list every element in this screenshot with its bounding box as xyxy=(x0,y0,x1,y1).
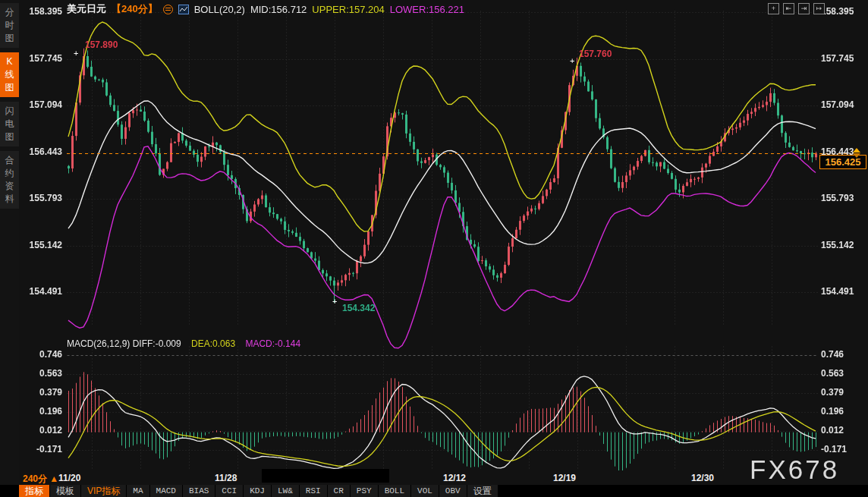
sidebar-item-4[interactable]: 合约资料 xyxy=(0,151,19,209)
toolbar-item-LW&[interactable]: LW& xyxy=(272,485,299,497)
macd-axis-label-left: 0.196 xyxy=(18,406,62,417)
watermark: FX678 xyxy=(750,455,839,485)
boll-label: BOLL(20,2) xyxy=(194,4,245,15)
toolbar-item-VOL[interactable]: VOL xyxy=(411,485,439,497)
extreme-annotation: 157.890 xyxy=(85,39,118,50)
price-axis-label-left: 156.443 xyxy=(18,146,62,157)
price-axis-label-right: 157.094 xyxy=(821,99,865,110)
macd-value-label: MACD:-0.144 xyxy=(245,338,300,349)
price-axis-label-right: 155.793 xyxy=(821,193,865,203)
macd-header: MACD(26,12,9) DIFF:-0.009 DEA:0.063 MACD… xyxy=(67,338,300,349)
price-chart-canvas[interactable] xyxy=(0,0,868,497)
shift-right-icon[interactable]: ↦ xyxy=(813,3,825,14)
boll-lower-value: LOWER:156.221 xyxy=(390,4,464,15)
chart-tools: + ⇤ ⇥ ↦ xyxy=(768,3,825,14)
macd-diff-label: MACD(26,12,9) DIFF:-0.009 xyxy=(67,338,181,349)
macd-axis-label-right: 0.196 xyxy=(821,406,865,417)
macd-axis-label-right: 0.746 xyxy=(821,349,865,360)
period-label: 【240分】 xyxy=(112,2,158,16)
macd-axis-label-right: 0.012 xyxy=(821,425,865,436)
toolbar-item-KDJ[interactable]: KDJ xyxy=(244,485,271,497)
crosshair-marker-icon: + xyxy=(74,49,78,58)
chart-header: 美元日元 【240分】 BOLL(20,2) MID:156.712 UPPER… xyxy=(67,2,464,16)
date-label: 12/19 xyxy=(553,473,576,483)
price-axis-label-right: 154.491 xyxy=(821,286,865,297)
sidebar-item-char: 合 xyxy=(0,154,19,167)
axis-scale-left-icon[interactable]: ⇤ xyxy=(783,3,794,14)
sidebar-item-char: 时 xyxy=(0,19,19,32)
price-axis-label-left: 157.745 xyxy=(18,53,62,64)
sidebar-item-char: K xyxy=(0,55,19,68)
price-marker-icon xyxy=(853,148,860,158)
sidebar-item-3[interactable]: 闪电图 xyxy=(0,102,19,146)
price-axis-label-right: 158.395 xyxy=(821,6,865,17)
trading-terminal: 美元日元 【240分】 BOLL(20,2) MID:156.712 UPPER… xyxy=(0,0,868,497)
price-axis-label-right: 155.142 xyxy=(821,240,865,250)
price-axis-label-left: 157.094 xyxy=(18,99,62,110)
date-label: 12/12 xyxy=(443,473,466,483)
sidebar-item-char: 料 xyxy=(0,193,19,206)
toolbar-item-模板[interactable]: 模板 xyxy=(50,485,80,497)
extreme-annotation: 157.760 xyxy=(579,49,612,59)
timeframe-label[interactable]: 240分 ▲ xyxy=(23,473,58,486)
toolbar-item-OBV[interactable]: OBV xyxy=(439,485,467,497)
toolbar-item-MACD[interactable]: MACD xyxy=(150,485,182,497)
price-axis-label-left: 154.491 xyxy=(18,286,62,297)
macd-axis-label-left: 0.379 xyxy=(18,387,62,398)
toolbar-item-VIP指标[interactable]: VIP指标 xyxy=(81,485,126,497)
macd-axis-label-left: -0.171 xyxy=(18,444,62,455)
indicator-toolbar: 指标模板VIP指标MAMACDBIASCCIKDJLW&RSICRPSYBOLL… xyxy=(0,485,868,497)
toolbar-item-PSY[interactable]: PSY xyxy=(351,485,378,497)
toolbar-item-BIAS[interactable]: BIAS xyxy=(183,485,215,497)
price-axis-label-left: 158.395 xyxy=(18,6,62,17)
toolbar-item-BOLL[interactable]: BOLL xyxy=(379,485,410,497)
macd-axis-label-right: 0.563 xyxy=(821,368,865,379)
crosshair-marker-icon: + xyxy=(332,297,337,306)
price-axis-label-right: 157.745 xyxy=(821,53,865,64)
price-axis-label-left: 155.142 xyxy=(18,240,62,250)
sidebar-item-char: 图 xyxy=(0,32,19,45)
sidebar-item-1[interactable]: 分时图 xyxy=(0,3,19,48)
sidebar-item-char: 资 xyxy=(0,180,19,193)
chart-type-icon[interactable] xyxy=(178,5,189,14)
crosshair-marker-icon: + xyxy=(570,57,574,65)
date-label: 12/30 xyxy=(691,473,714,483)
time-axis: 240分 ▲ 11/2011/2812/1212/1912/30 xyxy=(19,470,868,486)
macd-axis-label-left: 0.746 xyxy=(18,349,62,360)
sidebar-item-char: 分 xyxy=(0,6,19,19)
period-menu-icon[interactable] xyxy=(163,5,173,14)
sidebar-item-char: 图 xyxy=(0,131,19,143)
macd-axis-label-right: -0.171 xyxy=(821,444,865,455)
toolbar-item-CR[interactable]: CR xyxy=(328,485,350,497)
sidebar-item-char: 闪 xyxy=(0,105,19,118)
sidebar-item-2[interactable]: K线图 xyxy=(0,52,19,97)
macd-axis-label-right: 0.379 xyxy=(821,387,865,398)
toolbar-item-RSI[interactable]: RSI xyxy=(300,485,327,497)
toolbar-item-MA[interactable]: MA xyxy=(127,485,149,497)
sidebar-item-char: 约 xyxy=(0,167,19,180)
price-axis-label-left: 155.793 xyxy=(18,193,62,203)
boll-mid-value: MID:156.712 xyxy=(250,4,307,15)
sidebar-item-char: 电 xyxy=(0,118,19,131)
toolbar-item-指标[interactable]: 指标 xyxy=(19,485,49,497)
boll-upper-value: UPPER:157.204 xyxy=(312,4,384,15)
symbol-name: 美元日元 xyxy=(67,2,106,16)
left-sidebar: 分时图K线图闪电图合约资料 xyxy=(0,0,19,497)
redacted-patch xyxy=(262,469,389,483)
sidebar-item-char: 线 xyxy=(0,68,19,81)
sidebar-item-char: 图 xyxy=(0,81,19,94)
axis-scale-right-icon[interactable]: ⇥ xyxy=(798,3,810,14)
toolbar-item-CCI[interactable]: CCI xyxy=(215,485,243,497)
macd-axis-label-left: 0.012 xyxy=(18,425,62,436)
macd-axis-label-left: 0.563 xyxy=(18,368,62,379)
pan-icon[interactable]: + xyxy=(768,3,779,14)
date-label: 11/20 xyxy=(58,473,80,483)
toolbar-item-设置[interactable]: 设置 xyxy=(467,485,498,497)
date-label: 11/28 xyxy=(215,473,237,483)
extreme-annotation: 154.342 xyxy=(342,303,375,313)
macd-dea-label: DEA:0.063 xyxy=(191,338,235,349)
